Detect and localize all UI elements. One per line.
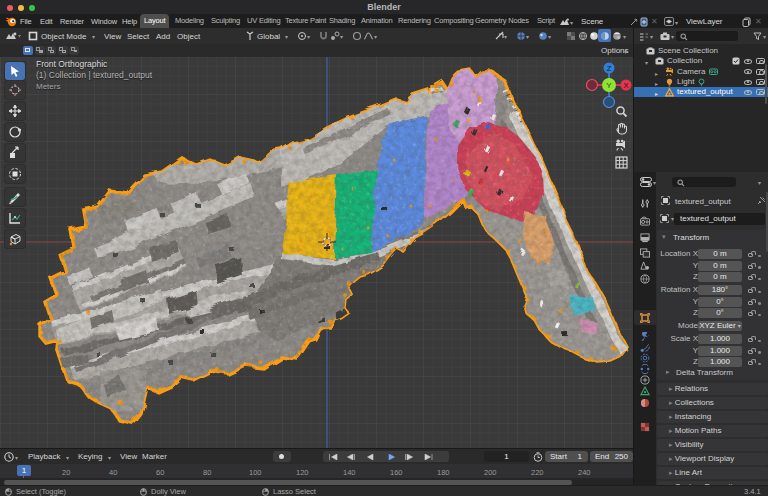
svg-text:Y: Y [606,81,612,90]
svg-text:Z: Z [607,64,612,73]
svg-text:X: X [623,81,628,90]
